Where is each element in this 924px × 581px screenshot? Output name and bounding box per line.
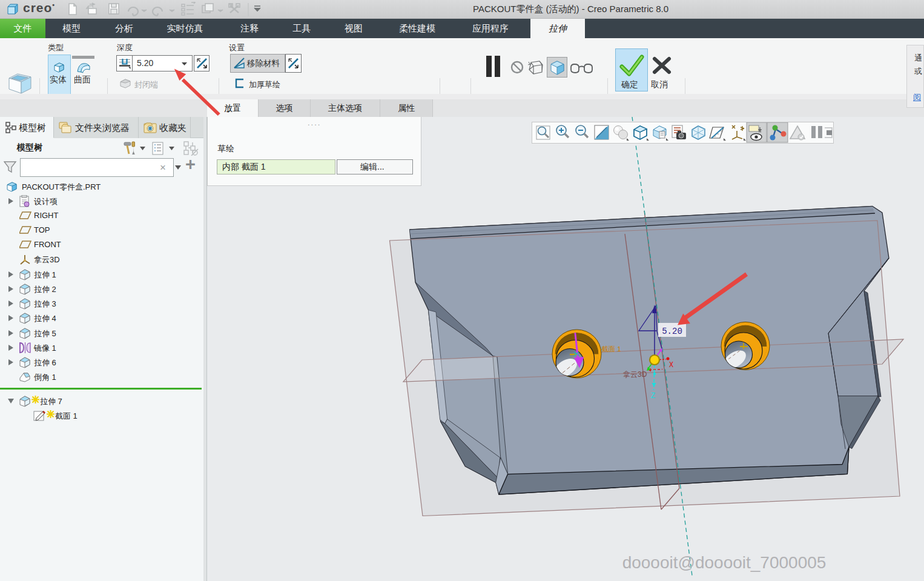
svg-text:5.20: 5.20 (662, 327, 682, 336)
svg-text:拿云3D: 拿云3D (623, 370, 647, 379)
svg-text:X: X (669, 361, 673, 370)
svg-text:截面 1: 截面 1 (601, 345, 621, 353)
svg-text:dooooit@dooooit_7000005: dooooit@dooooit_7000005 (622, 553, 827, 572)
svg-text:Z: Z (651, 392, 655, 400)
